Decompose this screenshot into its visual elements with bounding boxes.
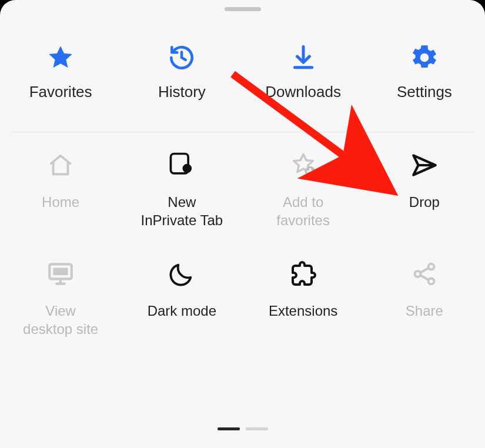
favorites-button[interactable]: Favorites (0, 34, 121, 113)
moon-icon (168, 256, 195, 292)
star-add-icon (289, 148, 318, 183)
share-button[interactable]: Share (364, 256, 485, 338)
add-to-favorites-button[interactable]: Add to favorites (243, 148, 364, 229)
downloads-label: Downloads (265, 83, 341, 101)
gear-icon (410, 38, 439, 77)
puzzle-icon (289, 256, 317, 292)
downloads-button[interactable]: Downloads (243, 34, 364, 113)
share-label: Share (406, 302, 443, 320)
page-dot-2 (246, 427, 268, 430)
history-label: History (158, 83, 206, 101)
divider (11, 132, 474, 132)
sheet-grabber[interactable] (225, 7, 261, 11)
send-icon (410, 148, 439, 183)
desktop-icon (46, 256, 75, 292)
new-inprivate-tab-button[interactable]: New InPrivate Tab (121, 148, 242, 229)
add-to-favorites-label: Add to favorites (276, 193, 330, 229)
drop-button[interactable]: Drop (364, 148, 485, 229)
page-dot-1 (218, 427, 240, 430)
bottom-sheet: Favorites History Downloads (0, 0, 485, 448)
history-button[interactable]: History (121, 34, 242, 113)
home-icon (47, 148, 74, 183)
dark-mode-button[interactable]: Dark mode (121, 256, 242, 338)
page-indicator[interactable] (0, 427, 485, 430)
primary-row: Favorites History Downloads (0, 34, 485, 113)
home-label: Home (42, 193, 79, 212)
view-desktop-site-button[interactable]: View desktop site (0, 256, 121, 338)
settings-button[interactable]: Settings (364, 34, 485, 113)
favorites-label: Favorites (29, 83, 92, 101)
dark-mode-label: Dark mode (148, 302, 216, 320)
view-desktop-site-label: View desktop site (23, 302, 98, 338)
download-icon (289, 38, 318, 77)
home-button[interactable]: Home (0, 148, 121, 229)
share-icon (411, 256, 438, 292)
drop-label: Drop (409, 193, 440, 212)
new-inprivate-tab-label: New InPrivate Tab (141, 193, 223, 229)
svg-rect-4 (53, 268, 68, 276)
extensions-button[interactable]: Extensions (243, 256, 364, 338)
inprivate-tab-icon (166, 148, 197, 183)
history-icon (167, 38, 196, 77)
settings-label: Settings (397, 83, 452, 101)
extensions-label: Extensions (269, 302, 337, 320)
actions-grid: Home New InPrivate Tab Add to favori (0, 148, 485, 350)
star-filled-icon (46, 38, 75, 77)
